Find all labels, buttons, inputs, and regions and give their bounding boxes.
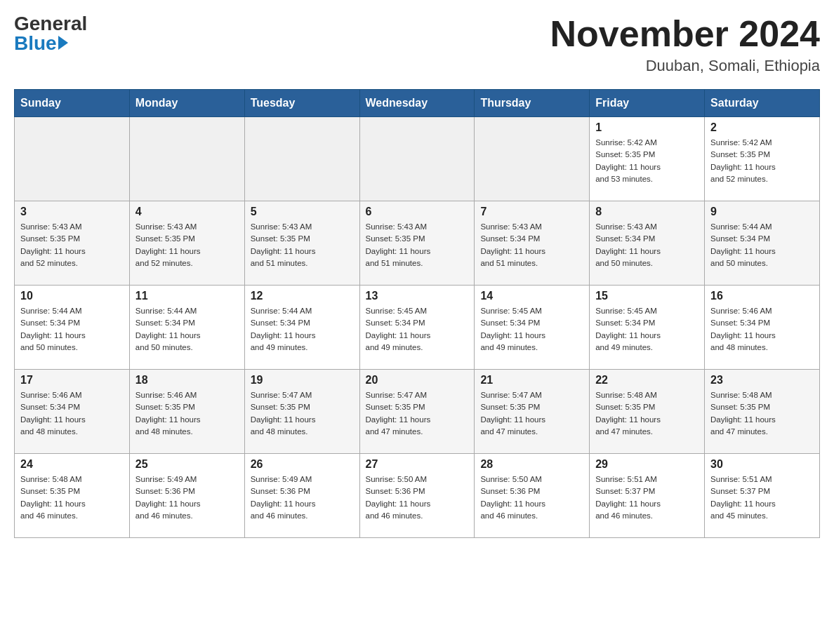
day-info: Sunrise: 5:44 AM Sunset: 5:34 PM Dayligh… bbox=[251, 305, 354, 354]
header-tuesday: Tuesday bbox=[244, 90, 359, 117]
table-row: 3Sunrise: 5:43 AM Sunset: 5:35 PM Daylig… bbox=[15, 201, 130, 286]
title-section: November 2024 Duuban, Somali, Ethiopia bbox=[550, 14, 820, 75]
page-header: General Blue November 2024 Duuban, Somal… bbox=[14, 14, 820, 75]
header-saturday: Saturday bbox=[705, 90, 820, 117]
day-number: 20 bbox=[366, 374, 469, 387]
day-number: 2 bbox=[710, 121, 814, 134]
header-wednesday: Wednesday bbox=[359, 90, 475, 117]
table-row: 26Sunrise: 5:49 AM Sunset: 5:36 PM Dayli… bbox=[244, 454, 359, 538]
calendar-table: Sunday Monday Tuesday Wednesday Thursday… bbox=[14, 89, 820, 538]
day-number: 16 bbox=[710, 290, 814, 302]
table-row: 4Sunrise: 5:43 AM Sunset: 5:35 PM Daylig… bbox=[129, 201, 244, 286]
table-row: 6Sunrise: 5:43 AM Sunset: 5:35 PM Daylig… bbox=[359, 201, 475, 286]
day-number: 3 bbox=[20, 206, 124, 218]
day-number: 4 bbox=[135, 206, 239, 218]
calendar-header-row: Sunday Monday Tuesday Wednesday Thursday… bbox=[15, 90, 820, 117]
day-number: 12 bbox=[251, 290, 354, 302]
day-info: Sunrise: 5:48 AM Sunset: 5:35 PM Dayligh… bbox=[595, 389, 699, 438]
day-info: Sunrise: 5:46 AM Sunset: 5:35 PM Dayligh… bbox=[135, 389, 239, 438]
day-number: 27 bbox=[366, 458, 469, 471]
day-info: Sunrise: 5:48 AM Sunset: 5:35 PM Dayligh… bbox=[710, 389, 814, 438]
day-info: Sunrise: 5:43 AM Sunset: 5:35 PM Dayligh… bbox=[135, 221, 239, 269]
table-row bbox=[359, 117, 475, 201]
day-info: Sunrise: 5:44 AM Sunset: 5:34 PM Dayligh… bbox=[710, 221, 814, 269]
day-info: Sunrise: 5:43 AM Sunset: 5:34 PM Dayligh… bbox=[480, 221, 583, 269]
month-year-title: November 2024 bbox=[550, 14, 820, 54]
logo-blue-text: Blue bbox=[14, 34, 57, 53]
day-number: 22 bbox=[595, 374, 699, 387]
table-row: 8Sunrise: 5:43 AM Sunset: 5:34 PM Daylig… bbox=[590, 201, 705, 286]
day-info: Sunrise: 5:43 AM Sunset: 5:35 PM Dayligh… bbox=[251, 221, 354, 269]
table-row: 7Sunrise: 5:43 AM Sunset: 5:34 PM Daylig… bbox=[475, 201, 590, 286]
table-row: 1Sunrise: 5:42 AM Sunset: 5:35 PM Daylig… bbox=[590, 117, 705, 201]
table-row: 28Sunrise: 5:50 AM Sunset: 5:36 PM Dayli… bbox=[475, 454, 590, 538]
day-number: 28 bbox=[480, 458, 583, 471]
day-number: 17 bbox=[20, 374, 124, 387]
day-info: Sunrise: 5:48 AM Sunset: 5:35 PM Dayligh… bbox=[20, 474, 124, 522]
day-number: 23 bbox=[710, 374, 814, 387]
table-row: 23Sunrise: 5:48 AM Sunset: 5:35 PM Dayli… bbox=[705, 370, 820, 454]
table-row bbox=[15, 117, 130, 201]
day-info: Sunrise: 5:50 AM Sunset: 5:36 PM Dayligh… bbox=[366, 474, 469, 522]
table-row: 24Sunrise: 5:48 AM Sunset: 5:35 PM Dayli… bbox=[15, 454, 130, 538]
day-number: 24 bbox=[20, 458, 124, 471]
table-row: 9Sunrise: 5:44 AM Sunset: 5:34 PM Daylig… bbox=[705, 201, 820, 286]
calendar-week-row: 3Sunrise: 5:43 AM Sunset: 5:35 PM Daylig… bbox=[15, 201, 820, 286]
day-info: Sunrise: 5:45 AM Sunset: 5:34 PM Dayligh… bbox=[595, 305, 699, 354]
day-number: 13 bbox=[366, 290, 469, 302]
day-info: Sunrise: 5:43 AM Sunset: 5:35 PM Dayligh… bbox=[20, 221, 124, 269]
table-row bbox=[129, 117, 244, 201]
table-row: 20Sunrise: 5:47 AM Sunset: 5:35 PM Dayli… bbox=[359, 370, 475, 454]
day-info: Sunrise: 5:45 AM Sunset: 5:34 PM Dayligh… bbox=[366, 305, 469, 354]
logo-general-text: General bbox=[14, 14, 87, 34]
day-number: 18 bbox=[135, 374, 239, 387]
day-info: Sunrise: 5:47 AM Sunset: 5:35 PM Dayligh… bbox=[251, 389, 354, 438]
day-number: 7 bbox=[480, 206, 583, 218]
table-row: 5Sunrise: 5:43 AM Sunset: 5:35 PM Daylig… bbox=[244, 201, 359, 286]
table-row: 14Sunrise: 5:45 AM Sunset: 5:34 PM Dayli… bbox=[475, 286, 590, 370]
location-subtitle: Duuban, Somali, Ethiopia bbox=[550, 57, 820, 75]
table-row: 11Sunrise: 5:44 AM Sunset: 5:34 PM Dayli… bbox=[129, 286, 244, 370]
day-info: Sunrise: 5:43 AM Sunset: 5:34 PM Dayligh… bbox=[595, 221, 699, 269]
day-info: Sunrise: 5:43 AM Sunset: 5:35 PM Dayligh… bbox=[366, 221, 469, 269]
calendar-week-row: 24Sunrise: 5:48 AM Sunset: 5:35 PM Dayli… bbox=[15, 454, 820, 538]
day-number: 25 bbox=[135, 458, 239, 471]
table-row: 15Sunrise: 5:45 AM Sunset: 5:34 PM Dayli… bbox=[590, 286, 705, 370]
day-number: 15 bbox=[595, 290, 699, 302]
day-number: 9 bbox=[710, 206, 814, 218]
day-number: 1 bbox=[595, 121, 699, 134]
day-number: 5 bbox=[251, 206, 354, 218]
day-info: Sunrise: 5:47 AM Sunset: 5:35 PM Dayligh… bbox=[480, 389, 583, 438]
table-row: 25Sunrise: 5:49 AM Sunset: 5:36 PM Dayli… bbox=[129, 454, 244, 538]
table-row: 17Sunrise: 5:46 AM Sunset: 5:34 PM Dayli… bbox=[15, 370, 130, 454]
day-info: Sunrise: 5:45 AM Sunset: 5:34 PM Dayligh… bbox=[480, 305, 583, 354]
table-row: 27Sunrise: 5:50 AM Sunset: 5:36 PM Dayli… bbox=[359, 454, 475, 538]
day-info: Sunrise: 5:51 AM Sunset: 5:37 PM Dayligh… bbox=[710, 474, 814, 522]
day-info: Sunrise: 5:51 AM Sunset: 5:37 PM Dayligh… bbox=[595, 474, 699, 522]
table-row: 2Sunrise: 5:42 AM Sunset: 5:35 PM Daylig… bbox=[705, 117, 820, 201]
day-number: 30 bbox=[710, 458, 814, 471]
table-row: 13Sunrise: 5:45 AM Sunset: 5:34 PM Dayli… bbox=[359, 286, 475, 370]
header-sunday: Sunday bbox=[15, 90, 130, 117]
table-row: 18Sunrise: 5:46 AM Sunset: 5:35 PM Dayli… bbox=[129, 370, 244, 454]
header-friday: Friday bbox=[590, 90, 705, 117]
table-row: 22Sunrise: 5:48 AM Sunset: 5:35 PM Dayli… bbox=[590, 370, 705, 454]
day-number: 8 bbox=[595, 206, 699, 218]
header-thursday: Thursday bbox=[475, 90, 590, 117]
table-row: 16Sunrise: 5:46 AM Sunset: 5:34 PM Dayli… bbox=[705, 286, 820, 370]
day-info: Sunrise: 5:47 AM Sunset: 5:35 PM Dayligh… bbox=[366, 389, 469, 438]
day-info: Sunrise: 5:42 AM Sunset: 5:35 PM Dayligh… bbox=[595, 137, 699, 185]
table-row bbox=[244, 117, 359, 201]
day-number: 10 bbox=[20, 290, 124, 302]
day-info: Sunrise: 5:44 AM Sunset: 5:34 PM Dayligh… bbox=[20, 305, 124, 354]
table-row: 19Sunrise: 5:47 AM Sunset: 5:35 PM Dayli… bbox=[244, 370, 359, 454]
day-number: 11 bbox=[135, 290, 239, 302]
calendar-week-row: 17Sunrise: 5:46 AM Sunset: 5:34 PM Dayli… bbox=[15, 370, 820, 454]
day-number: 19 bbox=[251, 374, 354, 387]
table-row: 12Sunrise: 5:44 AM Sunset: 5:34 PM Dayli… bbox=[244, 286, 359, 370]
calendar-week-row: 10Sunrise: 5:44 AM Sunset: 5:34 PM Dayli… bbox=[15, 286, 820, 370]
day-number: 6 bbox=[366, 206, 469, 218]
day-info: Sunrise: 5:49 AM Sunset: 5:36 PM Dayligh… bbox=[135, 474, 239, 522]
table-row: 10Sunrise: 5:44 AM Sunset: 5:34 PM Dayli… bbox=[15, 286, 130, 370]
day-number: 21 bbox=[480, 374, 583, 387]
